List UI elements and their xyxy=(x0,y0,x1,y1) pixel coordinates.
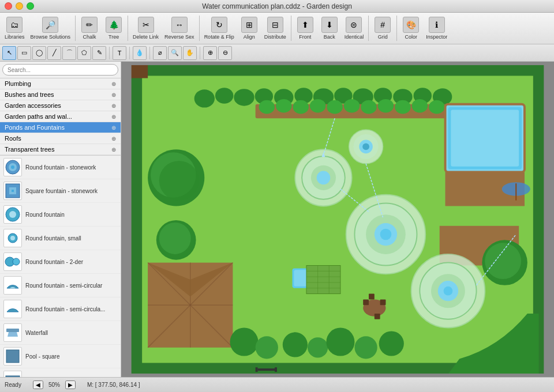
shape-square-fountain-stonework[interactable]: Square fountain - stonework xyxy=(0,179,121,203)
toolbar-inspector[interactable]: ℹ Inspector xyxy=(424,16,450,41)
shape-round-fountain-2der[interactable]: Round fountain - 2-der xyxy=(0,250,121,274)
cat-bushes-trees-icon: ⊕ xyxy=(111,92,116,98)
svg-point-42 xyxy=(310,99,325,113)
toolbar-reverse[interactable]: ↔ Reverse Sex xyxy=(162,16,197,41)
svg-point-91 xyxy=(159,161,199,201)
svg-point-45 xyxy=(361,100,376,114)
cat-garden-paths[interactable]: Garden paths and wal... ⊕ xyxy=(0,111,121,122)
title-bar: Water communication plan.cddz - Garden d… xyxy=(0,0,554,13)
svg-point-26 xyxy=(215,88,233,103)
svg-point-11 xyxy=(13,258,20,265)
identical-label: Identical xyxy=(345,34,364,40)
tools-sep-4 xyxy=(200,47,200,59)
back-label: Back xyxy=(324,34,335,40)
canvas-area[interactable] xyxy=(121,62,554,377)
inspector-icon: ℹ xyxy=(429,17,445,33)
shape-label-round-fountain-stonework: Round fountain - stonework xyxy=(25,164,96,171)
toolbar-tree[interactable]: 🌲 Tree xyxy=(102,16,125,41)
reverse-icon: ↔ xyxy=(171,17,188,33)
svg-point-97 xyxy=(256,336,278,359)
toolbar-color[interactable]: 🎨 Color xyxy=(399,16,422,41)
svg-point-80 xyxy=(362,143,369,150)
cat-ponds-fountains[interactable]: Ponds and Fountains ⊕ xyxy=(0,122,121,133)
svg-point-2 xyxy=(11,165,14,169)
tool-select[interactable]: ↖ xyxy=(2,46,16,60)
coordinates-display: M: [ 377.50, 846.14 ] xyxy=(87,382,140,388)
garden-canvas xyxy=(124,65,551,374)
cat-plumbing-label: Plumbing xyxy=(5,80,31,87)
cat-garden-accessories[interactable]: Garden accessories ⊕ xyxy=(0,100,121,111)
inspector-label: Inspector xyxy=(426,34,447,40)
cat-plumbing[interactable]: Plumbing ⊕ xyxy=(0,78,121,89)
shape-round-fountain-stonework[interactable]: Round fountain - stonework xyxy=(0,156,121,179)
category-list: Plumbing ⊕ Bushes and trees ⊕ Garden acc… xyxy=(0,78,121,156)
svg-rect-86 xyxy=(380,299,386,305)
toolbar-back[interactable]: ⬇ Back xyxy=(318,16,341,41)
shape-label-round-fountain-2der: Round fountain - 2-der xyxy=(25,259,83,265)
tool-ellipse[interactable]: ◯ xyxy=(32,46,46,60)
tool-connect[interactable]: ⌀ xyxy=(153,46,167,60)
svg-rect-20 xyxy=(131,65,545,76)
zoom-down-button[interactable]: ◀ xyxy=(33,380,43,389)
cat-transparent-trees[interactable]: Transparent trees ⊕ xyxy=(0,144,121,155)
tool-arc[interactable]: ⌒ xyxy=(62,46,76,60)
shape-thumb-square-fountain-stonework xyxy=(3,182,22,200)
shape-waterfall[interactable]: Waterfall xyxy=(0,321,121,345)
shape-label-semi-circular-2: Round fountain - semi-circula... xyxy=(25,306,105,312)
svg-rect-5 xyxy=(12,190,14,192)
zoom-up-button[interactable]: ▶ xyxy=(65,380,76,389)
cat-garden-accessories-label: Garden accessories xyxy=(5,102,61,109)
toolbar-grid[interactable]: # Grid xyxy=(371,16,394,41)
svg-rect-116 xyxy=(258,368,275,371)
toolbar-browse[interactable]: 🔎 Browse Solutions xyxy=(28,16,73,41)
toolbar-sep-4 xyxy=(291,16,291,41)
delete-link-icon: ✂ xyxy=(138,17,154,33)
svg-point-27 xyxy=(234,89,254,105)
minimize-button[interactable] xyxy=(16,2,23,10)
tools-sep-2 xyxy=(129,47,130,59)
toolbar-align[interactable]: ⊞ Align xyxy=(238,16,261,41)
cat-roofs[interactable]: Roofs ⊕ xyxy=(0,133,121,144)
tool-line[interactable]: ╱ xyxy=(47,46,61,60)
svg-point-25 xyxy=(194,89,215,107)
close-button[interactable] xyxy=(5,2,12,10)
reverse-label: Reverse Sex xyxy=(164,34,194,40)
tool-polygon[interactable]: ⬠ xyxy=(77,46,91,60)
maximize-button[interactable] xyxy=(27,2,34,10)
toolbar-delete-link[interactable]: ✂ Delete Link xyxy=(130,16,161,41)
shape-round-fountain-small[interactable]: Round fountain, small xyxy=(0,227,121,250)
tool-zoom[interactable]: 🔍 xyxy=(168,46,182,60)
main-content: Plumbing ⊕ Bushes and trees ⊕ Garden acc… xyxy=(0,62,554,377)
svg-point-44 xyxy=(344,99,360,113)
shape-semi-circular-1[interactable]: Round fountain - semi-circular xyxy=(0,274,121,297)
svg-rect-52 xyxy=(451,110,519,167)
shape-semi-circular-2[interactable]: Round fountain - semi-circula... xyxy=(0,297,121,321)
tool-text[interactable]: T xyxy=(113,46,126,60)
toolbar-distribute[interactable]: ⊟ Distribute xyxy=(262,16,289,41)
cat-bushes-trees[interactable]: Bushes and trees ⊕ xyxy=(0,89,121,100)
tool-zoom-in2[interactable]: ⊕ xyxy=(203,46,217,60)
shape-pool-rectangular[interactable]: Pool - rectangular xyxy=(0,368,121,377)
toolbar-identical[interactable]: ⊜ Identical xyxy=(342,16,366,41)
tool-rectangle[interactable]: ▭ xyxy=(17,46,31,60)
svg-point-7 xyxy=(9,211,16,218)
shape-pool-square[interactable]: Pool - square xyxy=(0,345,121,368)
toolbar-libraries[interactable]: 🗂 Libraries xyxy=(2,16,27,41)
tool-zoom-out[interactable]: ⊖ xyxy=(218,46,232,60)
toolbar-chalk[interactable]: ✏ Chalk xyxy=(78,16,101,41)
search-input[interactable] xyxy=(2,64,118,76)
tool-pan[interactable]: ✋ xyxy=(183,46,197,60)
cat-plumbing-icon: ⊕ xyxy=(111,81,116,87)
shape-thumb-round-fountain-2der xyxy=(3,252,22,271)
tool-eyedropper[interactable]: 💧 xyxy=(133,46,147,60)
toolbar-front[interactable]: ⬆ Front xyxy=(294,16,317,41)
tools-sep-3 xyxy=(149,47,150,59)
sidebar-search-area xyxy=(0,62,121,78)
svg-point-41 xyxy=(293,100,308,114)
shape-round-fountain[interactable]: Round fountain xyxy=(0,203,121,227)
toolbar-rotate-flip[interactable]: ↻ Rotate & Flip xyxy=(202,16,237,41)
color-icon: 🎨 xyxy=(403,17,419,33)
libraries-icon: 🗂 xyxy=(6,17,23,33)
svg-point-76 xyxy=(317,171,331,185)
tool-freehand[interactable]: ✎ xyxy=(92,46,106,60)
